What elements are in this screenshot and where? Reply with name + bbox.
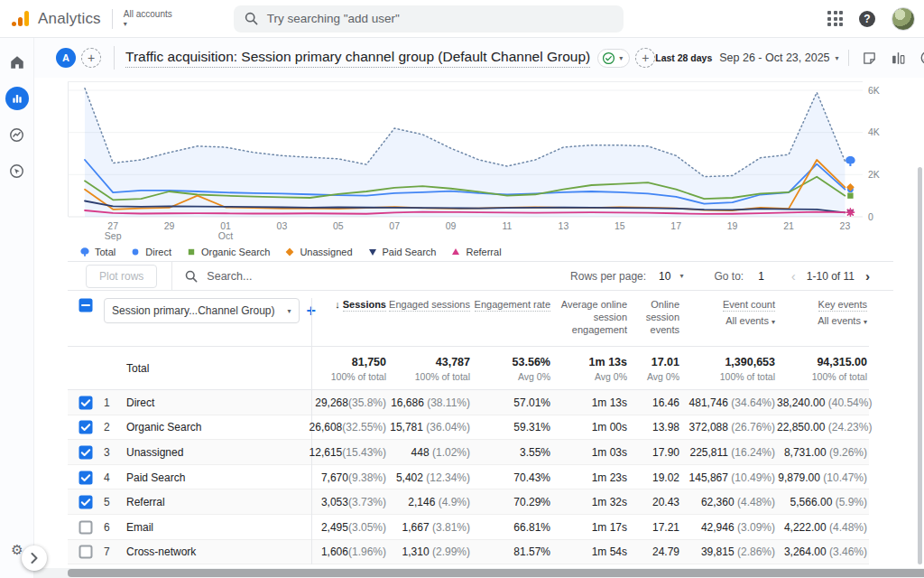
previous-page-icon[interactable]: ‹	[791, 268, 796, 284]
row-checkbox[interactable]	[68, 545, 104, 559]
account-switcher[interactable]: All accounts ▾	[124, 9, 172, 29]
legend-item-unassigned[interactable]: Unassigned	[284, 247, 352, 257]
row-checkbox[interactable]	[68, 520, 104, 535]
legend-item-total[interactable]: Total	[79, 247, 116, 257]
column-header-online-session-events[interactable]: Online session events	[629, 298, 681, 347]
column-header-average-online-session-engagement[interactable]: Average online session engagement	[552, 298, 629, 347]
row-checkbox[interactable]	[68, 471, 104, 485]
checkbox-indeterminate-icon	[79, 298, 93, 312]
metric-filter-select[interactable]: All events ▾	[681, 314, 775, 329]
row-checkbox[interactable]	[68, 495, 104, 509]
legend-label: Direct	[145, 247, 171, 257]
column-header-engaged-sessions[interactable]: Engaged sessions	[388, 298, 472, 347]
metric-percent: (3.81%)	[430, 521, 470, 534]
expand-nav-button[interactable]	[22, 545, 47, 571]
metric-cell: 1m 17s	[552, 521, 629, 534]
metric-cell: 12,615 (15.43%)	[311, 440, 388, 465]
column-header-key-events[interactable]: Key eventsAll events ▾	[777, 298, 869, 347]
insights-icon[interactable]	[919, 50, 924, 66]
channel-name[interactable]: Referral	[126, 496, 311, 508]
metric-value: 39,815	[701, 545, 735, 558]
metric-value: 20.43	[652, 496, 679, 508]
metric-cell: 4,222.00 (4.48%)	[777, 521, 869, 534]
metric-value: 26,608	[310, 421, 343, 434]
svg-text:07: 07	[389, 220, 400, 231]
row-number: 6	[104, 521, 126, 534]
legend-item-direct[interactable]: Direct	[130, 247, 171, 257]
row-checkbox[interactable]	[68, 396, 104, 410]
nav-advertising-icon[interactable]	[5, 159, 29, 182]
metric-cell: 15,781 (36.04%)	[388, 421, 472, 434]
metric-cell: 29,268 (35.8%)	[311, 390, 388, 415]
metric-value: 1m 03s	[592, 446, 627, 459]
metric-cell: 26,608 (32.55%)	[311, 415, 388, 441]
metric-value: 372,088	[689, 421, 728, 434]
user-avatar[interactable]	[892, 7, 915, 31]
table-header-row: Session primary...Channel Group) ▾ + ↓ S…	[68, 291, 869, 347]
total-subtext: Avg 0%	[629, 371, 679, 382]
metric-percent: (2.86%)	[735, 545, 775, 558]
global-search-input[interactable]: Try searching "add user"	[234, 5, 624, 33]
metric-value: 5,566.00	[790, 496, 833, 508]
row-checkbox[interactable]	[68, 420, 104, 434]
metric-value: 17.21	[652, 521, 679, 534]
metric-cell: 3,053 (3.73%)	[311, 489, 388, 515]
channel-name[interactable]: Email	[126, 521, 311, 534]
select-all-checkbox[interactable]	[68, 298, 104, 312]
horizontal-scrollbar[interactable]	[68, 569, 924, 577]
date-range-picker[interactable]: Sep 26 - Oct 23, 2025	[719, 51, 829, 64]
total-cell: 1,390,653100% of total	[681, 356, 777, 382]
metric-value: 66.81%	[513, 521, 550, 534]
channel-name[interactable]: Direct	[126, 396, 311, 409]
comparison-icon[interactable]	[891, 51, 906, 66]
metric-value: 1m 54s	[592, 545, 627, 558]
nav-reports-icon[interactable]	[5, 87, 29, 110]
table-row-organic-search: 2Organic Search26,608 (32.55%)15,781 (36…	[68, 415, 869, 441]
metric-cell: 3.55%	[472, 446, 552, 459]
metric-percent: (3.73%)	[348, 496, 386, 508]
add-report-icon[interactable]: +	[635, 48, 655, 68]
rows-per-page-select[interactable]: 10	[659, 270, 670, 283]
vertical-scrollbar[interactable]	[918, 167, 922, 564]
metric-value: 81.57%	[513, 545, 550, 558]
notes-icon[interactable]	[862, 51, 877, 66]
help-icon[interactable]: ?	[859, 11, 875, 27]
dimension-dropdown[interactable]: Session primary...Channel Group) ▾	[104, 298, 300, 323]
analytics-logo-icon[interactable]	[11, 10, 31, 28]
metric-value: 12,615	[310, 446, 343, 459]
legend-item-organic-search[interactable]: Organic Search	[186, 247, 270, 257]
metric-cell: 22,850.00 (24.23%)	[777, 421, 869, 434]
brand-name: Analytics	[38, 10, 101, 28]
column-header-sessions[interactable]: ↓ Sessions	[311, 298, 388, 347]
nav-home-icon[interactable]	[5, 51, 29, 74]
legend-item-referral[interactable]: Referral	[450, 247, 501, 257]
nav-explore-icon[interactable]	[5, 123, 29, 146]
metric-cell: 17.21	[629, 521, 681, 534]
channel-name[interactable]: Cross-network	[126, 545, 311, 558]
report-saved-status[interactable]: ▾	[597, 49, 630, 68]
sessions-trend-chart[interactable]: 02K4K6K27Sep2901Oct030507091113151719212…	[68, 81, 893, 241]
legend-item-paid-search[interactable]: Paid Search	[367, 247, 437, 257]
column-header-event-count[interactable]: Event countAll events ▾	[681, 298, 777, 347]
channel-name[interactable]: Paid Search	[126, 471, 311, 484]
svg-text:Oct: Oct	[218, 230, 233, 241]
metric-value: 448	[411, 446, 430, 459]
channel-name[interactable]: Organic Search	[126, 421, 311, 434]
plot-rows-button[interactable]: Plot rows	[86, 265, 157, 288]
column-header-engagement-rate[interactable]: Engagement rate	[472, 298, 552, 347]
next-page-icon[interactable]: ›	[865, 268, 870, 284]
google-apps-icon[interactable]	[827, 11, 843, 26]
row-number: 1	[104, 396, 126, 409]
metric-cell: 1m 13s	[552, 396, 629, 409]
report-avatar[interactable]: A	[56, 48, 76, 68]
channel-name[interactable]: Unassigned	[126, 446, 311, 459]
goto-page-input[interactable]: 1	[758, 270, 764, 283]
search-icon	[185, 270, 198, 283]
row-checkbox[interactable]	[68, 445, 104, 460]
add-comparison-icon[interactable]: +	[81, 48, 101, 68]
metric-value: 70.29%	[513, 496, 550, 508]
report-title[interactable]: Traffic acquisition: Session primary cha…	[125, 49, 590, 68]
metric-percent: (15.43%)	[342, 446, 386, 459]
table-search-input[interactable]: Search...	[185, 270, 252, 283]
metric-filter-select[interactable]: All events ▾	[777, 314, 867, 329]
